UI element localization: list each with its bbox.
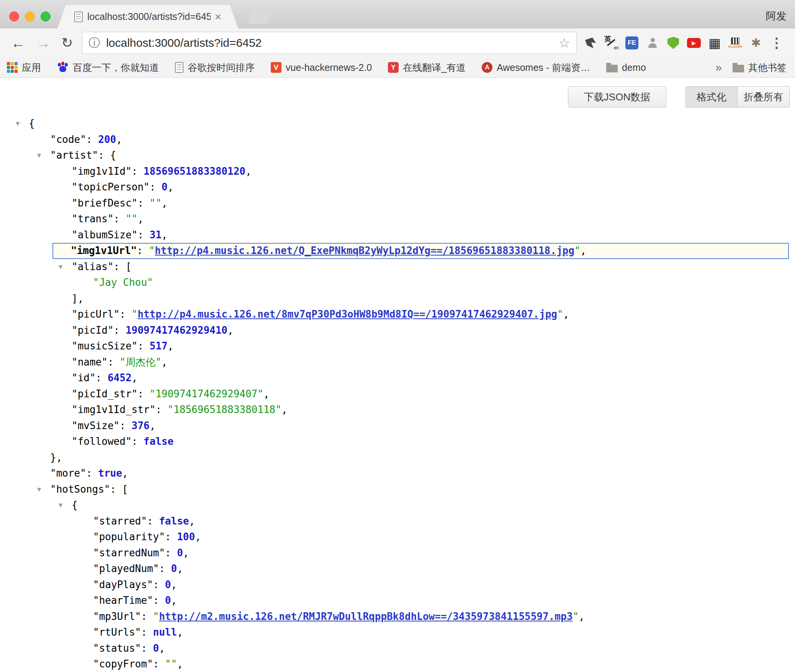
tab-favicon-icon	[74, 11, 83, 22]
bookmark-label: vue-hackernews-2.0	[286, 62, 372, 73]
person-extension-icon[interactable]	[645, 35, 660, 51]
collapse-toggle-icon[interactable]: ▼	[59, 497, 62, 513]
json-value-number: 31	[150, 229, 162, 241]
window-minimize-button[interactable]	[25, 11, 35, 21]
tab-close-icon[interactable]: ×	[214, 11, 221, 23]
bookmark-label: Awesomes - 前端资…	[497, 61, 590, 74]
collapse-all-button[interactable]: 折叠所有	[738, 86, 790, 108]
translate-extension-icon[interactable]: 英 en	[604, 35, 619, 51]
json-value-number: 6452	[108, 372, 132, 384]
collapse-toggle-icon[interactable]: ▼	[16, 116, 20, 132]
json-value-string: "19097417462929407"	[150, 388, 263, 400]
json-key: "starred"	[93, 515, 147, 527]
fe-extension-icon[interactable]: FE	[624, 35, 640, 51]
address-bar[interactable]: ⓘ localhost:3000/artists?id=6452 ☆	[82, 32, 577, 54]
browser-tab[interactable]: localhost:3000/artists?id=645 ×	[57, 5, 238, 28]
bookmark-item-awesomes[interactable]: A Awesomes - 前端资…	[482, 61, 590, 74]
json-key: "topicPerson"	[72, 181, 150, 193]
json-line: "topicPerson": 0,	[0, 179, 795, 195]
json-key: "picUrl"	[72, 308, 119, 320]
collapse-toggle-icon[interactable]: ▼	[37, 482, 41, 498]
qrcode-extension-icon[interactable]: ▦	[707, 35, 722, 51]
json-value-number: 0	[165, 595, 171, 606]
bookmark-label: 百度一下，你就知道	[73, 61, 159, 74]
tab-title: localhost:3000/artists?id=645	[87, 11, 211, 22]
json-value-string: "18569651883380118"	[167, 404, 281, 415]
json-line: "followed": false	[0, 434, 795, 450]
json-line: "dayPlays": 0,	[0, 577, 795, 593]
new-tab-button[interactable]	[248, 9, 273, 24]
window-close-button[interactable]	[9, 11, 19, 21]
tab-strip: localhost:3000/artists?id=645 × 阿发	[0, 0, 795, 28]
other-bookmarks[interactable]: 其他书签	[733, 61, 787, 74]
bookmark-label: demo	[622, 62, 646, 73]
json-key: "img1v1Id"	[72, 166, 132, 177]
browser-menu-icon[interactable]: ⋮	[764, 36, 790, 50]
json-key: "trans"	[72, 213, 114, 225]
browser-window: localhost:3000/artists?id=645 × 阿发 ← → ↻…	[0, 0, 795, 672]
paw-extension-icon[interactable]: ✱	[748, 35, 764, 51]
site-info-icon[interactable]: ⓘ	[88, 37, 100, 49]
download-json-button[interactable]: 下载JSON数据	[568, 86, 666, 108]
json-value-number: 100	[177, 531, 195, 543]
awesomes-a-icon: A	[482, 62, 492, 73]
json-key: "name"	[72, 356, 108, 368]
json-value-number: 0	[165, 579, 171, 590]
json-line: "albumSize": 31,	[0, 227, 795, 243]
json-key: "mvSize"	[72, 420, 119, 431]
json-line: "trans": "",	[0, 211, 795, 227]
collapse-toggle-icon[interactable]: ▼	[59, 259, 62, 275]
json-value-number: 19097417462929410	[126, 325, 227, 336]
json-line: "playedNum": 0,	[0, 561, 795, 577]
page-icon	[175, 62, 183, 73]
bookmarks-overflow-chevron[interactable]: »	[715, 61, 722, 74]
youtube-extension-icon[interactable]: ▶	[686, 35, 702, 51]
json-line: "img1v1Id": 18569651883380120,	[0, 164, 795, 180]
profile-name[interactable]: 阿发	[766, 9, 787, 23]
bookmark-item-google-sort[interactable]: 谷歌按时间排序	[175, 61, 255, 74]
forward-button[interactable]: →	[31, 36, 56, 50]
json-key: "briefDesc"	[72, 197, 137, 209]
json-line: ▼{	[0, 116, 795, 132]
origami-extension-icon[interactable]	[583, 35, 598, 51]
json-line: "mvSize": 376,	[0, 418, 795, 434]
json-line-highlighted: "img1v1Url": "http://p4.music.126.net/Q_…	[52, 243, 789, 259]
bookmark-item-apps[interactable]: 应用	[7, 61, 41, 74]
json-value-url-link[interactable]: http://p4.music.126.net/8mv7qP30Pd3oHW8b…	[137, 308, 557, 320]
bookmark-item-baidu[interactable]: 百度一下，你就知道	[57, 61, 159, 74]
bookmark-item-youdao[interactable]: Y 在线翻译_有道	[388, 61, 466, 74]
bookmarks-bar: 应用 百度一下，你就知道 谷歌按时间排序 V vue-hackernews-2.…	[0, 57, 795, 78]
back-button[interactable]: ←	[5, 36, 31, 50]
json-value-string: ""	[150, 197, 162, 209]
json-key: "code"	[50, 134, 86, 145]
collapse-toggle-icon[interactable]: ▼	[37, 148, 41, 164]
json-open-brace: [	[122, 484, 128, 495]
json-line: "Jay Chou"	[0, 275, 795, 291]
json-value-url-link[interactable]: http://p4.music.126.net/Q_ExePNkmqB2yWyL…	[155, 245, 574, 256]
json-key: "popularity"	[93, 531, 165, 543]
url-text[interactable]: localhost:3000/artists?id=6452	[106, 36, 558, 49]
reload-button[interactable]: ↻	[56, 36, 78, 50]
json-line: "name": "周杰伦",	[0, 354, 795, 370]
json-key: "rtUrls"	[93, 626, 141, 638]
shield-extension-icon[interactable]	[666, 35, 681, 51]
json-line: "starredNum": 0,	[0, 545, 795, 561]
json-key: "picId"	[72, 325, 114, 336]
format-button[interactable]: 格式化	[685, 86, 738, 108]
json-key: "playedNum"	[93, 563, 159, 574]
json-value-number: 0	[153, 642, 159, 654]
json-value-null: null	[153, 626, 177, 638]
bookmark-star-icon[interactable]: ☆	[559, 36, 570, 49]
json-key: "artist"	[50, 149, 98, 161]
json-open-brace: {	[29, 118, 35, 129]
json-key: "followed"	[72, 436, 132, 447]
window-controls	[9, 11, 51, 21]
player-extension-icon[interactable]: PLAYER	[728, 35, 743, 51]
extensions-area: 英 en FE ▶ ▦ PLAYER ✱	[583, 35, 764, 51]
json-line: "hearTime": 0,	[0, 593, 795, 609]
bookmark-item-vue-hackernews[interactable]: V vue-hackernews-2.0	[271, 62, 372, 73]
json-value-url-link[interactable]: http://m2.music.126.net/RMJR7wDullRqppBk…	[159, 611, 573, 622]
window-maximize-button[interactable]	[41, 11, 51, 21]
folder-icon	[606, 65, 618, 72]
bookmark-item-demo[interactable]: demo	[606, 62, 646, 73]
